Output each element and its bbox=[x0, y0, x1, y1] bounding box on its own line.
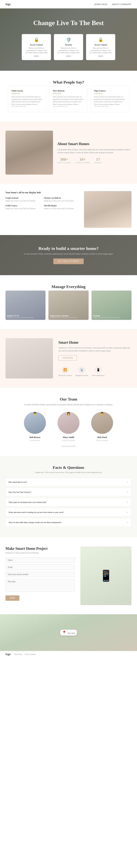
faq-item-1[interactable]: How Fast Are Your Services? ＋ bbox=[5, 488, 132, 496]
cta-title: Ready to build a smarter home? bbox=[5, 246, 132, 251]
manage-card-0: Outdoor CCTV Sample text. Click to selec… bbox=[5, 290, 45, 320]
stat-num-0: 300+ bbox=[57, 157, 71, 162]
manage-card-text-2: Sample text. Click to select the Two Ele… bbox=[93, 317, 120, 318]
si-label-2: Smart Applications bbox=[92, 374, 104, 376]
hero-card-more-1[interactable]: MORE bbox=[57, 55, 80, 57]
si-label-1: Managed Centrally bbox=[76, 374, 88, 376]
map-section: 📍 New York bbox=[0, 614, 137, 651]
cta-button[interactable]: GET FREE ESTIMATE bbox=[53, 258, 84, 264]
hub-feat-title-0: Google Assistant bbox=[5, 197, 41, 199]
name-field-group bbox=[5, 557, 75, 563]
tc-name-0: Stella Larson bbox=[11, 90, 43, 92]
hub-feat-text-3: Sample text. Click to select the Two Ele… bbox=[44, 207, 80, 210]
team-member-2: 👨 Nick Dark Lead Accountant bbox=[88, 412, 117, 441]
testimonials-title: What People Say? bbox=[5, 80, 132, 85]
footer-home[interactable]: Home Page bbox=[14, 653, 22, 655]
smart-inner: Smart Home Sample text. Click to select … bbox=[5, 338, 132, 378]
manage-card-label-1: Temperature Controller Sample text. Clic… bbox=[50, 315, 77, 318]
hero-card-text-0: Duis aute irure dolor in reprehenderit i… bbox=[25, 47, 48, 54]
team-name-1: Mary Smith bbox=[54, 436, 83, 439]
manage-title: Manage Everything bbox=[5, 284, 132, 289]
person-icon-1: 👩 bbox=[67, 412, 70, 415]
lock-icon-2: 🔒 bbox=[89, 37, 112, 42]
contact-sub: Sample text. Click to select the Text El… bbox=[5, 552, 75, 554]
hub-title: Your home's all-in-one display hub bbox=[5, 191, 80, 194]
about-section: About Smart Homes Lorem ipsum dolor sit … bbox=[0, 121, 137, 184]
send-button[interactable]: SEND bbox=[5, 595, 19, 601]
stat-label-2: AWARDS bbox=[94, 162, 101, 164]
contact-form: Make Smart Home Project Sample text. Cli… bbox=[5, 547, 75, 601]
hub-feat-title-1: Chrome Cast Built-In bbox=[44, 197, 80, 199]
stat-0: 300+ HAPPY CLIENTS bbox=[57, 157, 71, 164]
map-label: 📍 New York bbox=[60, 630, 77, 636]
faq-question-1: How Fast Are Your Services? bbox=[9, 491, 31, 493]
team-title: Our Team bbox=[5, 397, 132, 402]
map-footer: logo Home Page About Company bbox=[0, 651, 137, 657]
faq-question-4: Nunc sit amet nibh diam. Integer iaculis… bbox=[9, 521, 61, 523]
faq-sub: Sample text. Click to select the text bo… bbox=[5, 471, 132, 473]
hub-img-inner bbox=[84, 191, 132, 228]
faq-question-0: How much does it cost? bbox=[9, 481, 27, 483]
stat-label-0: HAPPY CLIENTS bbox=[57, 162, 71, 164]
tc-stars-1: ★★★★★ bbox=[53, 93, 84, 95]
hub-features: Google Assistant Sample text. Click to s… bbox=[5, 197, 80, 210]
wireless-icon: 📶 bbox=[61, 366, 69, 373]
about-img-inner bbox=[5, 131, 53, 175]
team-credit: Images from Freepik bbox=[5, 445, 132, 447]
team-section: Our Team Ut enim ad minim veniam, quis n… bbox=[0, 388, 137, 456]
phone-input[interactable] bbox=[5, 572, 75, 577]
team-photo-0: 👨 bbox=[24, 412, 46, 434]
faq-item-3[interactable]: What education and/or training do you ha… bbox=[5, 508, 132, 517]
tc-date-2: OCTOBER 2ND 2021 bbox=[94, 105, 126, 107]
footer-about[interactable]: About Company bbox=[25, 653, 36, 655]
hero-card-more-2[interactable]: MORE bbox=[89, 55, 112, 57]
hub-feat-title-3: 10in HD Display bbox=[44, 205, 80, 207]
stat-2: 17 AWARDS bbox=[94, 157, 101, 164]
hub-feature-3: 10in HD Display Sample text. Click to se… bbox=[44, 205, 80, 210]
hero-title: Change Live To The Best bbox=[33, 19, 103, 27]
hub-inner: Your home's all-in-one display hub Googl… bbox=[5, 191, 132, 228]
hero-card-more-0[interactable]: MORE bbox=[25, 55, 48, 57]
name-input[interactable] bbox=[5, 557, 75, 563]
message-field-group bbox=[5, 579, 75, 592]
team-photo-1: 👩 bbox=[57, 412, 80, 434]
smart-image bbox=[5, 338, 53, 378]
cta-banner: Ready to build a smarter home? Ut enim a… bbox=[0, 235, 137, 275]
lock-icon-0: 🔒 bbox=[25, 37, 48, 42]
stat-1: 10+ YEARS OF WORK bbox=[76, 157, 90, 164]
manage-card-title-1: Temperature Controller bbox=[50, 315, 77, 317]
tc-date-0: OCTOBER 2ND 2021 bbox=[11, 105, 43, 107]
hub-feat-text-0: Sample text. Click to select the Two Ele… bbox=[5, 200, 41, 202]
hero-card-title-1: Security bbox=[57, 43, 80, 46]
faq-item-2[interactable]: What types of customers have you worked … bbox=[5, 498, 132, 506]
manage-card-2: Tracking Sample text. Click to select th… bbox=[92, 290, 132, 320]
team-role-0: Content Builder bbox=[20, 439, 49, 441]
tc-name-2: Olga Ivanova bbox=[94, 90, 126, 92]
manage-card-text-1: Sample text. Click to select the Two Ele… bbox=[50, 317, 77, 318]
hero-card-0: 🔒 Access Control Duis aute irure dolor i… bbox=[22, 34, 51, 60]
testimonial-1: Nick Jhonson ★★★★★ Proin sed massa arcu … bbox=[49, 86, 88, 112]
team-photo-2: 👨 bbox=[91, 412, 113, 434]
manage-card-label-2: Tracking Sample text. Click to select th… bbox=[93, 315, 120, 318]
freepik-link[interactable]: Images from Freepik bbox=[61, 445, 75, 447]
manage-card-1: Temperature Controller Sample text. Clic… bbox=[48, 290, 88, 320]
hero-card-1: 🛡️ Security Duis aute irure dolor in rep… bbox=[54, 34, 83, 60]
manage-section: Manage Everything Outdoor CCTV Sample te… bbox=[0, 275, 137, 329]
message-input[interactable] bbox=[5, 579, 75, 592]
team-member-0: 👨 Bob Brown Content Builder bbox=[20, 412, 49, 441]
faq-item-0[interactable]: How much does it cost? ＋ bbox=[5, 478, 132, 486]
email-input[interactable] bbox=[5, 565, 75, 570]
view-more-button[interactable]: VIEW MORE bbox=[58, 355, 77, 361]
faq-question-3: What education and/or training do you ha… bbox=[9, 511, 64, 513]
testimonials-grid: Stella Larson ★★★★★ Proin sed massa arcu… bbox=[5, 86, 132, 112]
manage-card-title-0: Outdoor CCTV bbox=[7, 315, 34, 317]
tc-stars-0: ★★★★★ bbox=[11, 93, 43, 95]
tc-text-1: Proin sed massa arcu sed faucibus turpis… bbox=[53, 96, 84, 105]
nav-home[interactable]: Home Page bbox=[94, 3, 107, 5]
hub-feat-text-1: Sample text. Click to select the Two Ele… bbox=[44, 200, 80, 202]
tc-date-1: OCTOBER 2ND 2021 bbox=[53, 105, 84, 107]
faq-item-4[interactable]: Nunc sit amet nibh diam. Integer iaculis… bbox=[5, 518, 132, 527]
testimonial-0: Stella Larson ★★★★★ Proin sed massa arcu… bbox=[8, 86, 46, 112]
nav-about[interactable]: About Company bbox=[112, 3, 132, 5]
about-stats: 300+ HAPPY CLIENTS 10+ YEARS OF WORK 17 … bbox=[57, 157, 132, 164]
